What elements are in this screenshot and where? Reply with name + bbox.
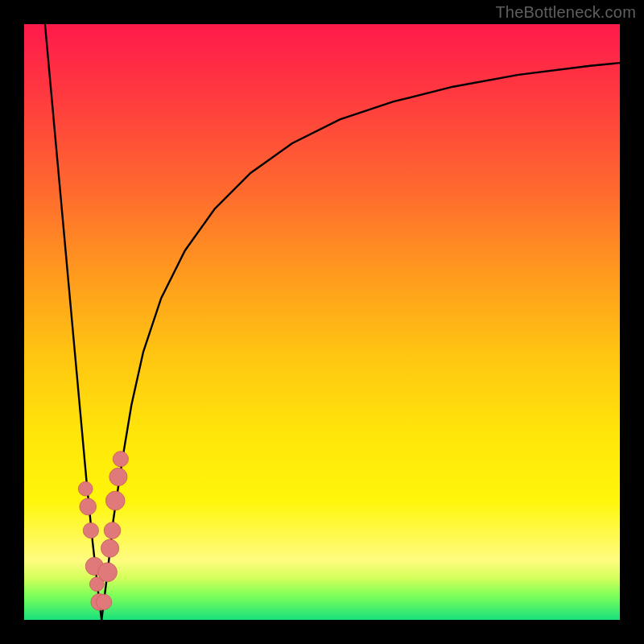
data-marker <box>80 498 97 515</box>
chart-frame: TheBottleneck.com <box>0 0 644 644</box>
data-marker <box>105 491 125 510</box>
data-marker <box>109 468 127 485</box>
data-marker <box>101 539 118 557</box>
chart-svg <box>24 24 620 620</box>
watermark-text: TheBottleneck.com <box>495 3 636 22</box>
curve-right-branch <box>101 63 620 620</box>
data-marker <box>78 481 93 496</box>
plot-area <box>24 24 620 620</box>
data-marker <box>83 522 98 538</box>
data-marker <box>104 522 121 539</box>
data-marker <box>98 563 118 582</box>
data-marker <box>97 594 112 609</box>
data-marker <box>113 452 128 467</box>
